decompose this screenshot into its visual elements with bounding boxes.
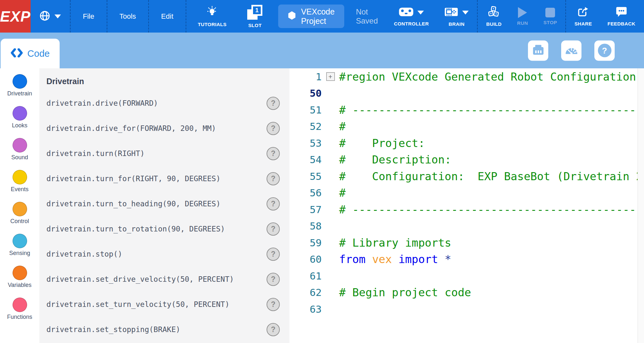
command-row[interactable]: drivetrain.turn(RIGHT)? xyxy=(39,141,289,166)
editor-scrollbar[interactable] xyxy=(638,68,644,343)
fold-expand-icon[interactable]: + xyxy=(326,72,335,81)
command-help-button[interactable]: ? xyxy=(267,147,280,160)
command-text[interactable]: drivetrain.turn_to_heading(90, DEGREES) xyxy=(46,200,220,208)
editor-line[interactable]: 56# xyxy=(289,185,644,201)
editor-lines: 1+#region VEXcode Generated Robot Config… xyxy=(289,68,644,318)
code-token-keyword: import xyxy=(398,253,438,266)
command-help-button[interactable]: ? xyxy=(267,172,280,185)
command-help-button[interactable]: ? xyxy=(267,323,280,336)
category-label: Looks xyxy=(12,122,27,129)
chevron-down-icon xyxy=(417,11,424,15)
controller-button[interactable]: CONTROLLER xyxy=(386,0,436,33)
command-text[interactable]: drivetrain.set_turn_velocity(50, PERCENT… xyxy=(46,300,229,309)
brain-button[interactable]: BRAIN xyxy=(436,0,476,33)
command-help-button[interactable]: ? xyxy=(267,273,280,286)
command-row[interactable]: drivetrain.turn_for(RIGHT, 90, DEGREES)? xyxy=(39,166,289,191)
command-text[interactable]: drivetrain.drive_for(FORWARD, 200, MM) xyxy=(46,124,216,132)
stop-button[interactable]: STOP xyxy=(536,0,565,33)
command-text[interactable]: drivetrain.turn(RIGHT) xyxy=(46,149,145,158)
command-row[interactable]: drivetrain.turn_to_rotation(90, DEGREES)… xyxy=(39,216,289,241)
command-text[interactable]: drivetrain.turn_to_rotation(90, DEGREES) xyxy=(46,225,225,233)
code-text: # Project: xyxy=(339,137,425,150)
editor-line[interactable]: 58 xyxy=(289,218,644,235)
tools-menu[interactable]: Tools xyxy=(108,0,148,33)
command-list: drivetrain.drive(FORWARD)?drivetrain.dri… xyxy=(39,91,289,342)
editor-line[interactable]: 63 xyxy=(289,301,644,318)
build-button[interactable]: BUILD xyxy=(478,0,509,33)
controller-label: CONTROLLER xyxy=(394,21,429,26)
tab-code[interactable]: Code xyxy=(1,39,60,68)
top-toolbar: EXP File Tools Edit TUTORIALS 1 SLOT VEX… xyxy=(0,0,644,33)
code-text: # --------------------------------------… xyxy=(339,103,644,116)
command-help-button[interactable]: ? xyxy=(267,122,280,135)
command-text[interactable]: drivetrain.stop() xyxy=(46,250,122,258)
editor-line[interactable]: 50 xyxy=(289,85,644,102)
editor-line[interactable]: 62# Begin project code xyxy=(289,284,644,301)
play-icon xyxy=(518,7,527,18)
editor-line[interactable]: 54# Description: xyxy=(289,152,644,168)
help-button[interactable]: ? xyxy=(594,40,615,61)
editor-line[interactable]: 60from vex import * xyxy=(289,251,644,268)
command-help-button[interactable]: ? xyxy=(267,298,280,311)
line-number: 1 xyxy=(289,71,322,83)
sidebar-item-functions[interactable]: Functions xyxy=(0,298,39,329)
sidebar-item-control[interactable]: Control xyxy=(0,202,39,234)
command-row[interactable]: drivetrain.set_stopping(BRAKE)? xyxy=(39,317,289,342)
command-text[interactable]: drivetrain.turn_for(RIGHT, 90, DEGREES) xyxy=(46,174,220,183)
line-number: 56 xyxy=(289,187,322,199)
language-menu[interactable] xyxy=(31,0,69,33)
editor-line[interactable]: 61 xyxy=(289,268,644,284)
toolbar-separator xyxy=(186,0,186,33)
command-help-button[interactable]: ? xyxy=(267,248,280,261)
editor-line[interactable]: 55# Configuration: EXP BaseBot (Drivetra… xyxy=(289,168,644,185)
slot-selector[interactable]: 1 SLOT xyxy=(238,0,272,33)
editor-line[interactable]: 53# Project: xyxy=(289,135,644,152)
editor-line[interactable]: 51# ------------------------------------… xyxy=(289,102,644,118)
code-token-comment: # --------------------------------------… xyxy=(339,203,644,216)
file-menu[interactable]: File xyxy=(71,0,106,33)
sidebar-item-sensing[interactable]: Sensing xyxy=(0,234,39,266)
editor-line[interactable]: 57# ------------------------------------… xyxy=(289,201,644,218)
sidebar-item-looks[interactable]: Looks xyxy=(0,106,39,138)
sidebar-item-drivetrain[interactable]: Drivetrain xyxy=(0,74,39,106)
command-help-button[interactable]: ? xyxy=(267,222,280,236)
command-row[interactable]: drivetrain.set_drive_velocity(50, PERCEN… xyxy=(39,267,289,292)
control-category-icon xyxy=(13,202,27,216)
share-label: SHARE xyxy=(574,21,592,26)
tutorials-button[interactable]: TUTORIALS xyxy=(187,0,238,33)
command-text[interactable]: drivetrain.drive(FORWARD) xyxy=(46,99,158,107)
command-help-button[interactable]: ? xyxy=(267,197,280,211)
editor-line[interactable]: 52# xyxy=(289,118,644,135)
code-text: # Description: xyxy=(339,153,451,166)
run-button[interactable]: RUN xyxy=(509,0,536,33)
command-help-button[interactable]: ? xyxy=(267,97,280,110)
sidebar-item-sound[interactable]: Sound xyxy=(0,138,39,170)
line-number: 51 xyxy=(289,104,322,116)
feedback-bubble-icon xyxy=(616,6,627,19)
code-tab-bar: Code ? xyxy=(0,33,644,68)
share-button[interactable]: SHARE xyxy=(567,0,600,33)
command-row[interactable]: drivetrain.set_turn_velocity(50, PERCENT… xyxy=(39,292,289,317)
device-info-button[interactable] xyxy=(528,40,548,61)
command-row[interactable]: drivetrain.stop()? xyxy=(39,241,289,267)
fold-gutter: + xyxy=(322,72,339,81)
command-row[interactable]: drivetrain.turn_to_heading(90, DEGREES)? xyxy=(39,191,289,216)
edit-menu[interactable]: Edit xyxy=(150,0,185,33)
project-name-button[interactable]: VEXcode Project xyxy=(278,5,344,28)
editor-line[interactable]: 1+#region VEXcode Generated Robot Config… xyxy=(289,68,644,85)
code-text: # Library imports xyxy=(339,236,451,249)
sidebar-item-events[interactable]: Events xyxy=(0,170,39,202)
code-editor[interactable]: 1+#region VEXcode Generated Robot Config… xyxy=(289,68,644,343)
command-panel: Drivetrain drivetrain.drive(FORWARD)?dri… xyxy=(39,68,289,343)
editor-line[interactable]: 59# Library imports xyxy=(289,234,644,251)
command-row[interactable]: drivetrain.drive(FORWARD)? xyxy=(39,91,289,116)
sidebar-item-variables[interactable]: Variables xyxy=(0,266,39,298)
command-row[interactable]: drivetrain.drive_for(FORWARD, 200, MM)? xyxy=(39,116,289,141)
command-text[interactable]: drivetrain.set_stopping(BRAKE) xyxy=(46,325,180,334)
feedback-button[interactable]: FEEDBACK xyxy=(600,0,644,33)
command-panel-header: Drivetrain xyxy=(46,77,289,86)
command-text[interactable]: drivetrain.set_drive_velocity(50, PERCEN… xyxy=(46,275,234,283)
code-token-comment: # --------------------------------------… xyxy=(339,103,644,116)
toolbar-separator xyxy=(477,0,478,33)
dashboard-button[interactable] xyxy=(561,40,581,61)
